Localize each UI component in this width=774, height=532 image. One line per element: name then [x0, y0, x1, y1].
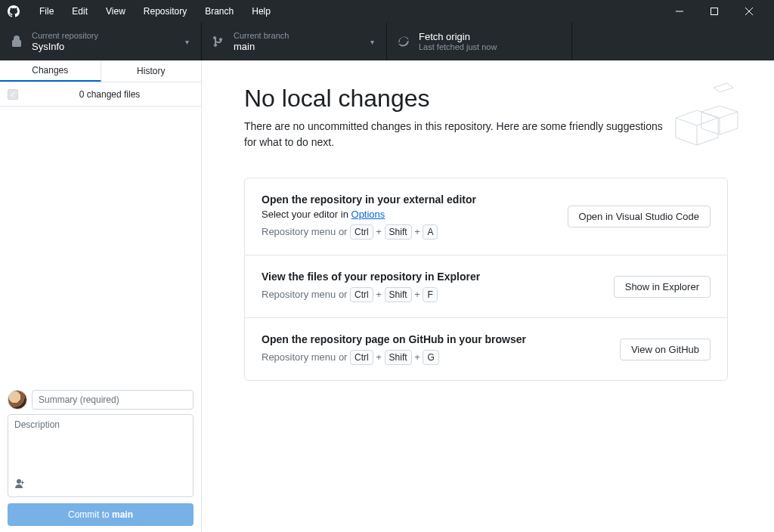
chevron-down-icon: ▾ — [185, 38, 189, 46]
svg-rect-1 — [711, 8, 718, 15]
open-editor-button[interactable]: Open in Visual Studio Code — [568, 206, 711, 227]
tab-changes[interactable]: Changes — [0, 60, 101, 82]
menu-repository[interactable]: Repository — [135, 6, 196, 17]
menu-help[interactable]: Help — [243, 6, 280, 17]
changed-files-count: 0 changed files — [26, 89, 194, 100]
content-area: No local changes There are no uncommitte… — [202, 60, 774, 532]
menu-edit[interactable]: Edit — [63, 6, 97, 17]
card-subline: Select your editor in Options — [262, 209, 553, 220]
window-minimize-icon[interactable] — [662, 0, 697, 23]
kbd: Ctrl — [350, 350, 373, 365]
kbd: Ctrl — [350, 287, 373, 302]
window-close-icon[interactable] — [732, 0, 766, 23]
github-icon — [8, 5, 20, 17]
fetch-label: Fetch origin — [419, 31, 497, 43]
select-all-checkbox[interactable]: ✓ — [8, 89, 18, 100]
repo-selector[interactable]: Current repository SysInfo ▾ — [0, 23, 202, 60]
kbd: Shift — [385, 224, 412, 240]
card-open-editor: Open the repository in your external edi… — [245, 178, 727, 255]
kbd: Shift — [385, 350, 412, 365]
branch-name: main — [234, 41, 289, 53]
branch-selector[interactable]: Current branch main ▾ — [202, 23, 387, 60]
add-coauthor-icon[interactable] — [14, 478, 26, 492]
menu-branch[interactable]: Branch — [196, 6, 243, 17]
card-title: View the files of your repository in Exp… — [262, 271, 599, 283]
changes-header: ✓ 0 changed files — [0, 82, 201, 107]
show-explorer-button[interactable]: Show in Explorer — [614, 276, 711, 298]
options-link[interactable]: Options — [351, 209, 385, 220]
kbd: F — [423, 287, 437, 302]
commit-description-input[interactable]: Description — [8, 414, 194, 497]
card-shortcut: Repository menu or Ctrl + Shift + A — [262, 224, 553, 240]
git-branch-icon — [212, 36, 226, 48]
card-view-github: Open the repository page on GitHub in yo… — [245, 318, 727, 380]
sync-icon — [398, 36, 411, 48]
commit-summary-input[interactable] — [32, 390, 194, 410]
chevron-down-icon: ▾ — [370, 38, 374, 46]
suggestion-cards: Open the repository in your external edi… — [244, 178, 728, 381]
commit-button-prefix: Commit to — [68, 509, 112, 520]
card-shortcut: Repository menu or Ctrl + Shift + F — [262, 287, 599, 302]
card-shortcut: Repository menu or Ctrl + Shift + G — [262, 350, 605, 365]
titlebar: File Edit View Repository Branch Help — [0, 0, 774, 23]
menu-file[interactable]: File — [30, 6, 63, 17]
lock-icon — [11, 36, 24, 48]
card-title: Open the repository in your external edi… — [262, 193, 553, 206]
window-maximize-icon[interactable] — [697, 0, 732, 23]
toolbar: Current repository SysInfo ▾ Current bra… — [0, 23, 774, 60]
empty-state-illustration — [668, 82, 744, 153]
page-subtitle: There are no uncommitted changes in this… — [244, 119, 667, 150]
branch-label: Current branch — [234, 31, 289, 41]
tab-history[interactable]: History — [101, 60, 202, 82]
avatar — [8, 390, 27, 410]
kbd: Shift — [385, 287, 412, 302]
kbd: Ctrl — [350, 224, 373, 240]
repo-name: SysInfo — [32, 41, 98, 53]
card-title: Open the repository page on GitHub in yo… — [262, 333, 605, 345]
sidebar: Changes History ✓ 0 changed files Descri… — [0, 60, 202, 532]
fetch-origin-button[interactable]: Fetch origin Last fetched just now — [387, 23, 572, 60]
commit-form: Description Commit to main — [0, 384, 201, 532]
kbd: A — [423, 224, 438, 240]
description-placeholder: Description — [14, 419, 60, 430]
fetch-status: Last fetched just now — [419, 42, 497, 52]
page-title: No local changes — [244, 85, 732, 113]
commit-button-branch: main — [112, 509, 133, 520]
sidebar-tabs: Changes History — [0, 60, 201, 82]
commit-button[interactable]: Commit to main — [8, 503, 194, 526]
card-show-explorer: View the files of your repository in Exp… — [245, 255, 727, 318]
repo-label: Current repository — [32, 31, 98, 41]
menu-view[interactable]: View — [97, 6, 135, 17]
view-github-button[interactable]: View on GitHub — [620, 339, 711, 360]
kbd: G — [423, 350, 438, 365]
